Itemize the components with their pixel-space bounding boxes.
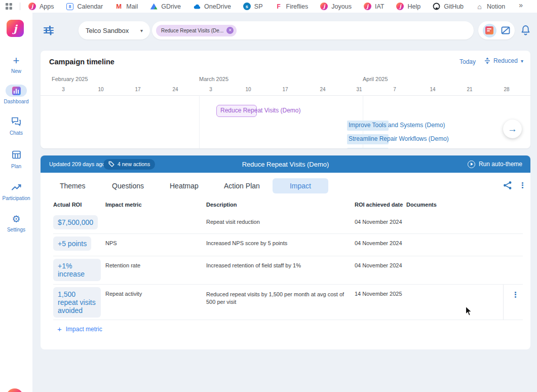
gear-icon: ⚙ bbox=[12, 214, 20, 225]
bookmark-fireflies[interactable]: F Fireflies bbox=[275, 3, 309, 10]
day-tick: 14 bbox=[430, 87, 435, 92]
bookmark-github[interactable]: GitHub bbox=[433, 3, 464, 10]
density-label: Reduced bbox=[493, 57, 518, 64]
row-more-options-icon[interactable]: ⋮ bbox=[512, 290, 519, 299]
month-label: March 2025 bbox=[199, 76, 228, 82]
actions-column-divider bbox=[503, 285, 504, 320]
density-dropdown[interactable]: Reduced ▾ bbox=[484, 57, 523, 64]
table-row[interactable]: +5 points NPS Increased NPS score by 5 p… bbox=[53, 234, 523, 256]
impact-table-body: $7,500,000 Repeat visit reduction 04 Nov… bbox=[53, 213, 523, 320]
sidebar: j + New Dashboard Chats Plan bbox=[0, 13, 32, 392]
card-view-icon[interactable] bbox=[483, 24, 496, 37]
sidebar-item-participation[interactable]: Participation bbox=[0, 182, 32, 201]
timeline-scroll-right-button[interactable]: → bbox=[503, 120, 522, 138]
bookmarks-bar: j Apps 8 Calendar M Mail GDrive OneDrive… bbox=[0, 0, 537, 13]
bookmark-label: Joyous bbox=[331, 3, 352, 10]
day-tick: 10 bbox=[245, 87, 251, 92]
home-icon: ⌂ bbox=[476, 3, 483, 10]
gmail-icon: M bbox=[115, 3, 123, 10]
sidebar-item-label: Dashboard bbox=[0, 99, 32, 104]
bookmark-label: OneDrive bbox=[204, 3, 231, 10]
bookmark-joyous[interactable]: j Joyous bbox=[320, 3, 352, 10]
tab-questions[interactable]: Questions bbox=[112, 178, 144, 193]
tab-themes[interactable]: Themes bbox=[60, 178, 86, 193]
day-tick: 10 bbox=[98, 87, 103, 92]
campaign-timeline-card: Campaign timeline Today Reduced ▾ Februa… bbox=[41, 51, 530, 148]
notifications-bell-icon[interactable] bbox=[520, 24, 531, 36]
bookmark-iat[interactable]: j IAT bbox=[364, 3, 385, 10]
month-label: February 2025 bbox=[52, 76, 88, 82]
plus-icon: + bbox=[13, 55, 20, 66]
run-auto-theme-button[interactable]: Run auto-theme bbox=[468, 161, 522, 168]
sidebar-item-label: Chats bbox=[0, 130, 32, 136]
plus-icon: + bbox=[57, 326, 62, 333]
run-auto-theme-label: Run auto-theme bbox=[479, 161, 522, 168]
sidebar-item-dashboard[interactable]: Dashboard bbox=[0, 85, 32, 104]
day-tick: 7 bbox=[393, 87, 396, 92]
timeline-axis-line bbox=[41, 95, 530, 96]
add-impact-metric-button[interactable]: + Impact metric bbox=[57, 326, 102, 333]
table-row[interactable]: 1,500 repeat visits avoided Repeat activ… bbox=[53, 285, 523, 320]
roi-date-cell: 04 November 2024 bbox=[355, 219, 402, 225]
description-cell: Repeat visit reduction bbox=[206, 219, 351, 225]
table-row[interactable]: +1% increase Retention rate Increased re… bbox=[53, 256, 523, 285]
bookmark-onedrive[interactable]: OneDrive bbox=[193, 3, 231, 10]
bookmark-gdrive[interactable]: GDrive bbox=[150, 3, 181, 10]
month-gridline bbox=[199, 95, 200, 148]
timeline-item-label[interactable]: Improve Tools and Systems (Demo) bbox=[349, 122, 445, 129]
tab-impact[interactable]: Impact bbox=[273, 178, 328, 193]
github-icon bbox=[433, 3, 440, 10]
tab-action-plan[interactable]: Action Plan bbox=[224, 178, 260, 193]
roi-value-pill[interactable]: +5 points bbox=[53, 237, 91, 251]
bookmark-label: IAT bbox=[375, 3, 385, 10]
table-row[interactable]: $7,500,000 Repeat visit reduction 04 Nov… bbox=[53, 213, 523, 234]
today-button[interactable]: Today bbox=[459, 58, 476, 65]
day-tick: 17 bbox=[282, 87, 288, 92]
day-tick: 31 bbox=[356, 87, 362, 92]
sidebar-item-new[interactable]: + New bbox=[0, 55, 32, 74]
day-tick: 3 bbox=[209, 87, 212, 92]
chip-close-icon[interactable]: × bbox=[226, 27, 234, 34]
tab-heatmap[interactable]: Heatmap bbox=[170, 178, 199, 193]
share-icon[interactable] bbox=[503, 181, 512, 190]
joyous-icon: j bbox=[364, 3, 371, 10]
no-card-view-icon[interactable] bbox=[501, 25, 511, 35]
apps-grid-icon[interactable] bbox=[5, 3, 13, 10]
roi-value-pill[interactable]: 1,500 repeat visits avoided bbox=[53, 287, 101, 318]
column-header-documents: Documents bbox=[406, 202, 437, 208]
column-header-actual-roi: Actual ROI bbox=[53, 202, 82, 208]
timeline-item-label[interactable]: Streamline Repair Workflows (Demo) bbox=[349, 135, 449, 142]
bookmark-apps[interactable]: j Apps bbox=[28, 3, 54, 10]
impact-metric-cell: Retention rate bbox=[105, 262, 140, 268]
timeline-item-label[interactable]: Reduce Repeat Visits (Demo) bbox=[220, 107, 301, 114]
description-cell: Increased retention of field staff by 1% bbox=[206, 262, 351, 268]
bookmark-mail[interactable]: M Mail bbox=[115, 3, 138, 10]
search-input[interactable]: Reduce Repeat Visits (De... × bbox=[152, 21, 474, 40]
sidebar-item-chats[interactable]: Chats bbox=[0, 115, 32, 136]
workspace-name: Telco Sandbox bbox=[86, 27, 140, 34]
bookmark-label: Apps bbox=[40, 3, 54, 10]
sidebar-item-plan[interactable]: Plan bbox=[0, 149, 32, 169]
bookmark-calendar[interactable]: 8 Calendar bbox=[66, 3, 103, 10]
timeline-bar-accelerate-copper[interactable] bbox=[347, 148, 389, 148]
roi-value-pill[interactable]: +1% increase bbox=[53, 259, 101, 281]
bookmark-sp[interactable]: s SP bbox=[243, 3, 263, 10]
roi-date-cell: 14 November 2025 bbox=[355, 291, 402, 297]
day-tick: 3 bbox=[62, 87, 65, 92]
filter-chip[interactable]: Reduce Repeat Visits (De... × bbox=[156, 25, 237, 36]
filter-sliders-icon[interactable] bbox=[43, 25, 54, 36]
roi-value-pill[interactable]: $7,500,000 bbox=[53, 215, 98, 229]
campaign-header-bar: Updated 209 days ago 4 new actions Reduc… bbox=[41, 155, 530, 173]
timeline-title: Campaign timeline bbox=[49, 58, 114, 66]
bookmark-help[interactable]: j Help bbox=[396, 3, 420, 10]
sidebar-item-settings[interactable]: ⚙ Settings bbox=[0, 214, 32, 232]
bookmark-notion[interactable]: ⌂ Notion bbox=[476, 3, 505, 10]
joyous-logo[interactable]: j bbox=[7, 20, 24, 37]
description-cell: Reduced repeat visits by 1,500 per month… bbox=[206, 291, 351, 306]
bookmarks-overflow-chevron[interactable]: » bbox=[519, 1, 523, 9]
more-options-icon[interactable]: ⋮ bbox=[519, 181, 526, 190]
month-label: April 2025 bbox=[363, 76, 388, 82]
joyous-avatar[interactable]: j bbox=[6, 388, 23, 392]
workspace-selector[interactable]: Telco Sandbox ▾ bbox=[79, 21, 150, 40]
joyous-icon: j bbox=[28, 3, 36, 10]
